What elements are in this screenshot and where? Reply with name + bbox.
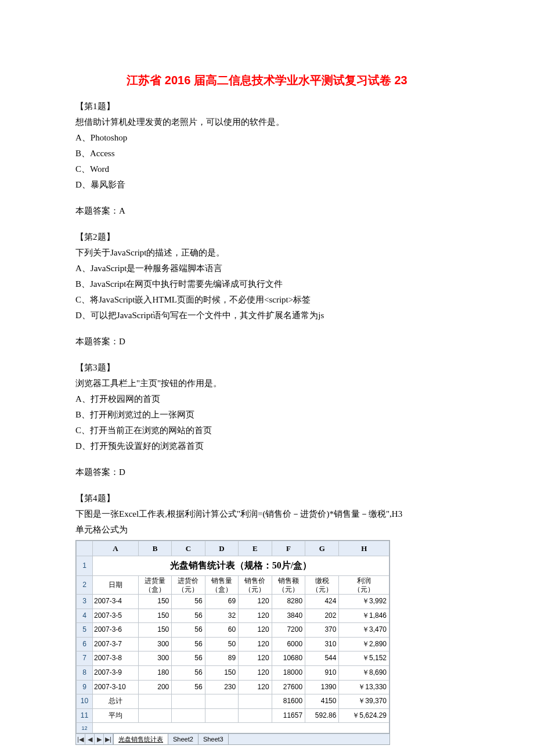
table-row: 92007-3-1020056230120276001390￥13,330 [77,680,389,694]
row-num-2: 2 [77,576,93,595]
cell-buy-price: 56 [172,594,205,609]
hdr-revenue: 销售额（元） [272,576,305,595]
q3-option-b: B、打开刚浏览过的上一张网页 [75,407,459,423]
cell-sell-price: 120 [239,651,272,666]
cell-date: 2007-3-4 [93,594,139,609]
sheet-tab-2[interactable]: Sheet2 [168,734,199,744]
q2-option-a: A、JavaScript是一种服务器端脚本语言 [75,261,459,276]
cell-buy-qty: 150 [138,594,171,609]
cell-date: 2007-3-7 [93,637,139,651]
sheet-tab-active[interactable]: 光盘销售统计表 [114,734,168,744]
row-num-1: 1 [77,556,93,576]
cell-profit: ￥3,992 [339,594,389,609]
sheet-tab-bar: |◀ ◀ ▶ ▶| 光盘销售统计表 Sheet2 Sheet3 [76,733,389,744]
nav-first-icon[interactable]: |◀ [76,734,85,744]
cell-profit: ￥2,890 [339,637,389,651]
cell-date: 2007-3-9 [93,665,139,680]
cell-revenue: 7200 [272,623,305,638]
cell-revenue: 27600 [272,680,305,694]
q2-option-d: D、可以把JavaScript语句写在一个文件中，其文件扩展名通常为js [75,308,459,323]
cell-buy-qty: 300 [138,651,171,666]
cell-sell-qty: 69 [205,594,238,609]
cell-avg-label: 平均 [93,708,139,723]
row-num: 3 [77,594,93,609]
hdr-tax: 缴税（元） [305,576,339,595]
col-D: D [205,541,238,556]
cell-revenue: 6000 [272,637,305,651]
cell-tax: 1390 [305,680,339,694]
q1-option-a: A、Photoshop [75,130,459,146]
cell-date: 2007-3-10 [93,680,139,694]
cell [205,694,238,709]
cell-revenue: 10680 [272,651,305,666]
q1-option-b: B、Access [75,146,459,161]
cell-profit: ￥3,470 [339,623,389,638]
cell-sell-price: 120 [239,594,272,609]
cell-profit: ￥13,330 [339,680,389,694]
cell-buy-qty: 150 [138,623,171,638]
cell-revenue: 18000 [272,665,305,680]
cell-total-label: 总计 [93,694,139,709]
excel-screenshot: A B C D E F G H 1 光盘销售统计表（规格：50片/盒） 2 日期… [75,540,390,745]
row-num-12: 12 [77,723,93,733]
q4-label: 【第4题】 [75,491,459,506]
q4-stem-line1: 下图是一张Excel工作表,根据利润计算公式"利润=(销售价－进货价)*销售量－… [75,506,459,522]
cell-sell-price: 120 [239,609,272,623]
excel-grid: A B C D E F G H 1 光盘销售统计表（规格：50片/盒） 2 日期… [76,541,389,733]
cell-tax: 424 [305,594,339,609]
cell-sell-qty: 150 [205,665,238,680]
col-B: B [138,541,171,556]
table-row: 62007-3-730056501206000310￥2,890 [77,637,389,651]
cell [138,708,171,723]
cell-tax: 910 [305,665,339,680]
nav-last-icon[interactable]: ▶| [104,734,113,744]
document-page: 江苏省 2016 届高二信息技术学业水平测试复习试卷 23 【第1题】 想借助计… [0,0,534,756]
cell-buy-price: 56 [172,665,205,680]
cell-buy-price: 56 [172,609,205,623]
hdr-profit: 利润（元） [339,576,389,595]
table-row: 82007-3-91805615012018000910￥8,690 [77,665,389,680]
q1-label: 【第1题】 [75,99,459,114]
q1-stem: 想借助计算机处理发黄的老照片，可以使用的软件是。 [75,114,459,130]
row-num: 9 [77,680,93,694]
row-num: 8 [77,665,93,680]
row-num: 4 [77,609,93,623]
cell-buy-qty: 200 [138,680,171,694]
cell-revenue: 3840 [272,609,305,623]
q1-option-c: C、Word [75,161,459,177]
q3-option-d: D、打开预先设置好的浏览器首页 [75,438,459,454]
nav-next-icon[interactable]: ▶ [95,734,104,744]
cell-sell-price: 120 [239,637,272,651]
q1-option-d: D、暴风影音 [75,177,459,193]
nav-prev-icon[interactable]: ◀ [85,734,95,744]
sheet-nav: |◀ ◀ ▶ ▶| [76,734,114,744]
row-num-10: 10 [77,694,93,709]
cell-avg-tax: 592.86 [305,708,339,723]
cell [93,723,389,733]
row-num: 7 [77,651,93,666]
cell-sell-price: 120 [239,623,272,638]
col-A: A [93,541,139,556]
cell-buy-qty: 150 [138,609,171,623]
q3-answer: 本题答案：D [75,465,459,480]
q2-answer: 本题答案：D [75,334,459,350]
cell [205,708,238,723]
cell-total-revenue: 81600 [272,694,305,709]
q4-stem-line2: 单元格公式为 [75,522,459,538]
cell-profit: ￥5,152 [339,651,389,666]
cell-date: 2007-3-8 [93,651,139,666]
cell [239,694,272,709]
cell-date: 2007-3-5 [93,609,139,623]
cell-profit: ￥8,690 [339,665,389,680]
cell-tax: 544 [305,651,339,666]
cell-revenue: 8280 [272,594,305,609]
cell-avg-profit: ￥5,624.29 [339,708,389,723]
cell-date: 2007-3-6 [93,623,139,638]
table-row: 42007-3-515056321203840202￥1,846 [77,609,389,623]
cell-sell-qty: 230 [205,680,238,694]
excel-row-1: 1 光盘销售统计表（规格：50片/盒） [77,556,389,576]
col-C: C [172,541,205,556]
sheet-tab-3[interactable]: Sheet3 [199,734,229,744]
cell-sell-qty: 50 [205,637,238,651]
excel-corner-cell [77,541,93,556]
